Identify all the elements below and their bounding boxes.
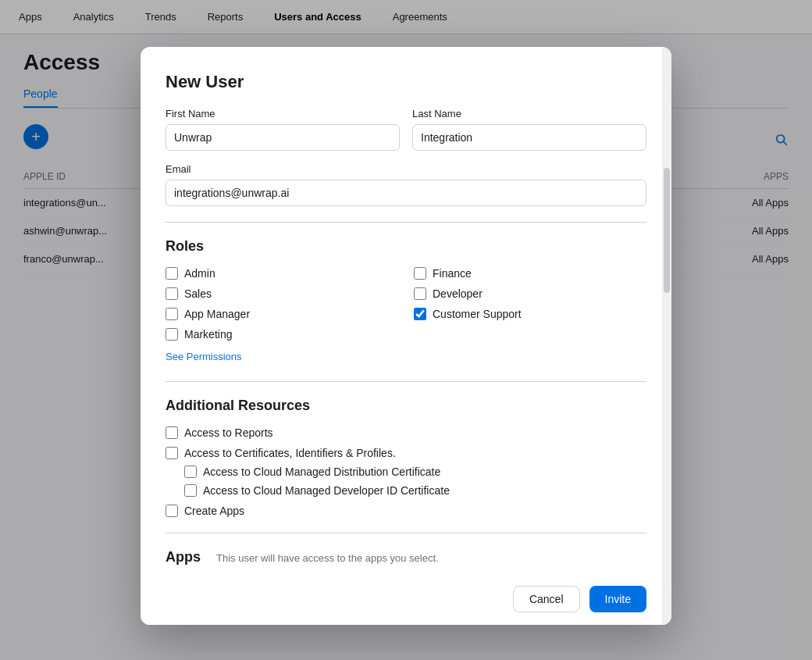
- role-marketing-checkbox[interactable]: [166, 328, 178, 341]
- role-app-manager-label: App Manager: [184, 308, 250, 320]
- role-developer[interactable]: Developer: [414, 287, 646, 300]
- role-sales-label: Sales: [184, 287, 212, 300]
- apps-hint: This user will have access to the apps y…: [216, 552, 439, 564]
- role-finance-checkbox[interactable]: [414, 267, 426, 280]
- role-app-manager-checkbox[interactable]: [166, 308, 178, 320]
- divider-2: [166, 381, 646, 382]
- resource-create-apps[interactable]: Create Apps: [166, 505, 646, 517]
- email-input[interactable]: [166, 180, 646, 206]
- see-permissions-link[interactable]: See Permissions: [166, 351, 242, 362]
- resource-create-apps-label: Create Apps: [184, 505, 244, 517]
- scrollbar-thumb[interactable]: [664, 168, 670, 293]
- resource-reports[interactable]: Access to Reports: [166, 426, 646, 439]
- role-finance-label: Finance: [433, 267, 472, 280]
- divider-1: [166, 222, 646, 223]
- resource-certificates[interactable]: Access to Certificates, Identifiers & Pr…: [166, 447, 646, 459]
- modal-title: New User: [166, 72, 646, 92]
- email-label: Email: [166, 163, 646, 175]
- resource-cloud-distribution-label: Access to Cloud Managed Distribution Cer…: [203, 466, 440, 478]
- divider-3: [166, 533, 646, 533]
- additional-resources-section: Additional Resources Access to Reports A…: [166, 398, 646, 517]
- new-user-modal: New User First Name Last Name Email: [141, 47, 671, 625]
- resource-cloud-distribution[interactable]: Access to Cloud Managed Distribution Cer…: [184, 466, 646, 478]
- invite-button[interactable]: Invite: [589, 586, 646, 612]
- last-name-group: Last Name: [412, 108, 646, 151]
- modal-overlay: New User First Name Last Name Email: [0, 0, 812, 660]
- roles-col-left: Admin Sales App Manager Marketing: [166, 267, 398, 341]
- apps-title: Apps: [166, 549, 201, 565]
- resource-cloud-developer-id[interactable]: Access to Cloud Managed Developer ID Cer…: [184, 484, 646, 497]
- role-sales[interactable]: Sales: [166, 287, 398, 300]
- email-group: Email: [166, 163, 646, 206]
- role-admin-checkbox[interactable]: [166, 267, 178, 280]
- email-row: Email: [166, 163, 646, 206]
- role-customer-support[interactable]: Customer Support: [414, 308, 646, 320]
- last-name-label: Last Name: [412, 108, 646, 120]
- roles-grid: Admin Sales App Manager Marketing: [166, 267, 646, 341]
- role-customer-support-checkbox[interactable]: [414, 308, 426, 320]
- first-name-group: First Name: [166, 108, 400, 151]
- role-admin-label: Admin: [184, 267, 215, 280]
- additional-resources-title: Additional Resources: [166, 398, 646, 414]
- resource-certificates-label: Access to Certificates, Identifiers & Pr…: [184, 447, 396, 459]
- role-developer-label: Developer: [433, 287, 483, 300]
- roles-col-right: Finance Developer Customer Support: [414, 267, 646, 341]
- role-marketing[interactable]: Marketing: [166, 328, 398, 341]
- role-developer-checkbox[interactable]: [414, 287, 426, 300]
- resource-cloud-developer-id-label: Access to Cloud Managed Developer ID Cer…: [203, 484, 450, 497]
- role-marketing-label: Marketing: [184, 328, 232, 341]
- resource-create-apps-checkbox[interactable]: [166, 505, 178, 517]
- apps-header: Apps This user will have access to the a…: [166, 549, 646, 565]
- role-finance[interactable]: Finance: [414, 267, 646, 280]
- resource-certificates-checkbox[interactable]: [166, 447, 178, 459]
- resource-cloud-developer-id-checkbox[interactable]: [184, 484, 197, 497]
- resource-reports-label: Access to Reports: [184, 426, 273, 439]
- modal-footer: Cancel Invite: [141, 573, 671, 625]
- resource-cloud-distribution-checkbox[interactable]: [184, 466, 197, 478]
- role-sales-checkbox[interactable]: [166, 287, 178, 300]
- name-row: First Name Last Name: [166, 108, 646, 151]
- roles-title: Roles: [166, 238, 646, 255]
- resource-reports-checkbox[interactable]: [166, 426, 178, 439]
- role-customer-support-label: Customer Support: [433, 308, 522, 320]
- role-admin[interactable]: Admin: [166, 267, 398, 280]
- last-name-input[interactable]: [412, 124, 646, 151]
- scrollbar-track[interactable]: [662, 47, 671, 625]
- first-name-label: First Name: [166, 108, 400, 120]
- role-app-manager[interactable]: App Manager: [166, 308, 398, 320]
- apps-section: Apps This user will have access to the a…: [166, 549, 646, 573]
- first-name-input[interactable]: [166, 124, 400, 151]
- cancel-button[interactable]: Cancel: [513, 586, 580, 612]
- modal-body: New User First Name Last Name Email: [141, 47, 671, 573]
